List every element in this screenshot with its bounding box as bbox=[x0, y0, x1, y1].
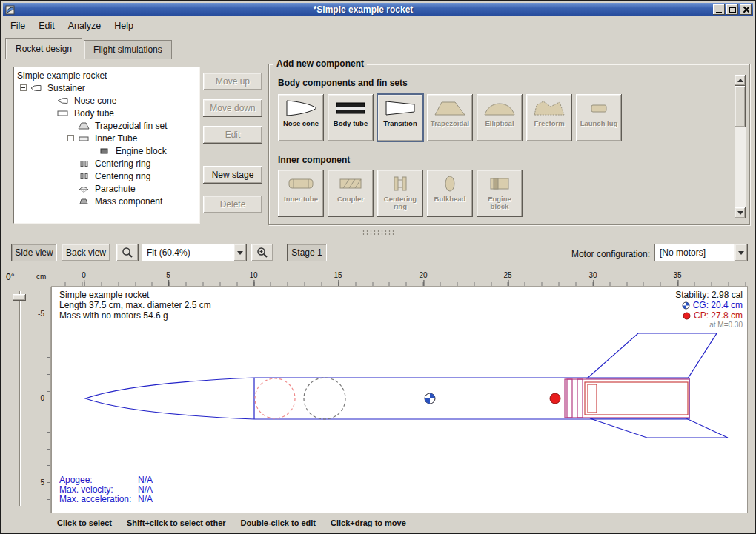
arrow-up-icon bbox=[737, 79, 743, 82]
rotation-slider-thumb[interactable] bbox=[13, 294, 26, 301]
tree-item-parachute[interactable]: Parachute bbox=[14, 182, 199, 195]
add-freeform-fin-button[interactable]: Freeform bbox=[526, 94, 572, 141]
add-inner-tube-button[interactable]: Inner tube bbox=[278, 170, 324, 217]
tree-item-nose-cone[interactable]: Nose cone bbox=[14, 94, 199, 107]
add-transition-button[interactable]: Transition bbox=[377, 94, 423, 141]
tree-item-centering-ring-1[interactable]: Centering ring bbox=[14, 157, 199, 170]
component-tree[interactable]: Simple example rocket Sustainer Nose con… bbox=[13, 67, 200, 224]
minimize-button[interactable] bbox=[713, 4, 725, 15]
splitter-dots-icon bbox=[362, 230, 394, 235]
delete-button[interactable]: Delete bbox=[203, 196, 262, 213]
maximize-icon bbox=[729, 7, 736, 13]
status-hint: Shift+click to select other bbox=[127, 518, 226, 527]
zoom-in-button[interactable] bbox=[251, 244, 273, 261]
body-components-label: Body components and fin sets bbox=[278, 78, 408, 88]
tree-item-sustainer[interactable]: Sustainer bbox=[14, 81, 199, 94]
add-bulkhead-button[interactable]: Bulkhead bbox=[427, 170, 473, 217]
menu-analyze[interactable]: Analyze bbox=[62, 19, 107, 33]
scrollbar-thumb[interactable] bbox=[735, 86, 746, 127]
chevron-down-icon[interactable] bbox=[735, 244, 748, 261]
menu-file[interactable]: File bbox=[4, 19, 32, 33]
cg-icon bbox=[682, 301, 690, 310]
tree-item-body-tube[interactable]: Body tube bbox=[14, 107, 199, 119]
coupler-icon bbox=[333, 173, 368, 194]
arrow-down-icon bbox=[737, 211, 743, 215]
menu-help[interactable]: Help bbox=[107, 19, 140, 33]
tree-item-mass-component[interactable]: Mass component bbox=[14, 195, 199, 207]
rotation-slider-track[interactable] bbox=[19, 291, 20, 506]
lower-fin bbox=[590, 418, 728, 438]
side-view-button[interactable]: Side view bbox=[11, 244, 57, 261]
minimize-icon bbox=[716, 12, 722, 13]
menu-edit[interactable]: Edit bbox=[32, 19, 62, 33]
centering-ring-icon bbox=[78, 173, 91, 180]
tree-item-root[interactable]: Simple example rocket bbox=[14, 69, 199, 81]
add-launch-lug-button[interactable]: Launch lug bbox=[576, 94, 622, 141]
scroll-up-button[interactable] bbox=[735, 75, 746, 86]
mass-component-outline bbox=[304, 378, 345, 419]
splitter-handle[interactable] bbox=[1, 227, 755, 236]
add-centering-ring-button[interactable]: Centering ring bbox=[377, 170, 423, 217]
vertical-ruler: -5 0 5 bbox=[35, 287, 51, 513]
motor-configuration-select[interactable]: [No motors] bbox=[654, 244, 748, 261]
cp-marker bbox=[550, 393, 560, 404]
new-stage-button[interactable]: New stage bbox=[203, 166, 262, 184]
window-controls bbox=[712, 4, 752, 15]
rocket-design-panel: Simple example rocket Sustainer Nose con… bbox=[3, 59, 753, 241]
app-icon bbox=[4, 4, 15, 15]
inner-tube-outline bbox=[565, 379, 689, 418]
rocket-mass: Mass with no motors 54.6 g bbox=[59, 310, 211, 321]
add-engine-block-button[interactable]: Engine block bbox=[477, 170, 523, 217]
tree-item-centering-ring-2[interactable]: Centering ring bbox=[14, 170, 199, 182]
zoom-level-select[interactable]: Fit (60.4%) bbox=[142, 244, 247, 261]
add-coupler-button[interactable]: Coupler bbox=[328, 170, 374, 217]
back-view-button[interactable]: Back view bbox=[62, 244, 110, 261]
add-elliptical-fin-button[interactable]: Elliptical bbox=[477, 94, 523, 141]
collapse-expander-icon[interactable] bbox=[47, 110, 53, 116]
maximize-button[interactable] bbox=[726, 4, 738, 15]
tab-rocket-design[interactable]: Rocket design bbox=[5, 38, 82, 59]
freeform-fin-icon bbox=[531, 98, 567, 119]
close-button[interactable] bbox=[740, 4, 752, 15]
rocket-canvas[interactable]: Simple example rocket Length 37.5 cm, ma… bbox=[51, 287, 748, 513]
stability-readout: Stability: 2.98 cal bbox=[675, 290, 743, 300]
rocket-name: Simple example rocket bbox=[59, 290, 211, 300]
trapezoidal-fin-icon bbox=[432, 98, 468, 119]
add-body-tube-button[interactable]: Body tube bbox=[328, 94, 374, 141]
tab-flight-simulations[interactable]: Flight simulations bbox=[84, 40, 172, 59]
add-trapezoidal-fin-button[interactable]: Trapezoidal bbox=[427, 94, 473, 141]
rocket-info: Simple example rocket Length 37.5 cm, ma… bbox=[59, 290, 211, 321]
zoom-out-button[interactable] bbox=[116, 244, 139, 261]
tree-item-trapezoidal-fin-set[interactable]: Trapezoidal fin set bbox=[14, 119, 199, 132]
cp-icon bbox=[683, 312, 691, 320]
inner-component-label: Inner component bbox=[278, 155, 350, 165]
scroll-down-button[interactable] bbox=[735, 207, 746, 218]
nose-cone-icon bbox=[283, 98, 319, 119]
move-up-button[interactable]: Move up bbox=[203, 73, 262, 90]
component-pane-scrollbar[interactable] bbox=[735, 75, 746, 218]
menu-bar: File Edit Analyze Help bbox=[4, 18, 752, 34]
status-bar: Click to select Shift+click to select ot… bbox=[57, 518, 406, 527]
app-window: *Simple example rocket File Edit Analyze… bbox=[0, 0, 756, 534]
add-nose-cone-button[interactable]: Nose cone bbox=[278, 94, 324, 141]
collapse-expander-icon[interactable] bbox=[67, 135, 74, 141]
tree-item-inner-tube[interactable]: Inner Tube bbox=[14, 132, 199, 144]
centering-ring-icon bbox=[382, 173, 418, 194]
status-hint: Double-click to edit bbox=[241, 518, 316, 527]
tree-item-engine-block[interactable]: Engine block bbox=[14, 144, 199, 157]
collapse-expander-icon[interactable] bbox=[20, 84, 27, 91]
edit-button[interactable]: Edit bbox=[203, 126, 262, 144]
launch-lug-icon bbox=[581, 98, 617, 119]
body-tube-icon bbox=[57, 110, 70, 117]
chevron-down-icon[interactable] bbox=[233, 244, 247, 261]
max-acceleration-stat: Max. acceleration:N/A bbox=[59, 494, 153, 504]
magnifier-icon bbox=[256, 247, 268, 258]
elliptical-fin-icon bbox=[482, 98, 517, 119]
cp-readout: CP: 27.8 cm bbox=[683, 310, 743, 321]
title-bar: *Simple example rocket bbox=[3, 3, 753, 16]
stage-1-toggle[interactable]: Stage 1 bbox=[287, 244, 327, 261]
move-down-button[interactable]: Move down bbox=[203, 99, 262, 117]
cg-marker bbox=[425, 393, 435, 404]
cg-readout: CG: 20.4 cm bbox=[682, 300, 743, 310]
horizontal-ruler: 0 5 10 15 20 25 30 35 bbox=[51, 270, 748, 287]
